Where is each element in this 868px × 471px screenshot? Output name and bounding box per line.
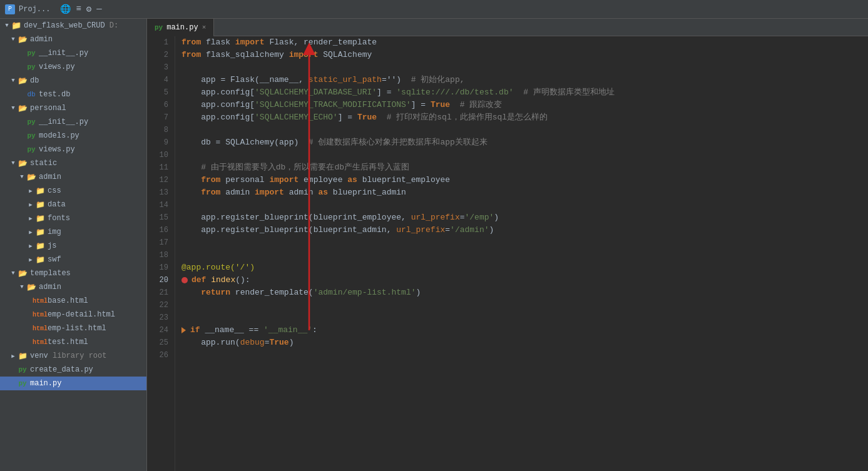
sidebar-item-static-admin[interactable]: ▼ 📂 admin [0,170,146,184]
swf-arrow: ▶ [26,256,35,263]
testdb-label: test.db [39,90,70,99]
swf-label: swf [48,255,61,264]
static-admin-arrow: ▼ [18,174,26,180]
line-num-13: 13 [151,186,168,199]
tab-label: main.py [166,23,198,32]
admin-arrow: ▼ [9,36,18,43]
admin-views-label: views.py [39,63,75,71]
templates-label: templates [30,269,71,278]
line-num-15: 15 [151,211,168,224]
static-folder-icon: 📂 [18,158,28,168]
sidebar-item-js[interactable]: ▶ 📁 js [0,239,146,253]
personal-views-label: views.py [39,145,75,154]
sidebar-item-admin-init[interactable]: py __init__.py [0,46,146,60]
code-line-21: return render_template('admin/emp-list.h… [181,286,868,299]
project-icon: P [5,4,15,14]
titlebar: P Proj... 🌐 ≡ ⚙ — [0,0,868,19]
code-line-7: app.config['SQLALCHEMY_ECHO'] = True # 打… [181,111,868,124]
venv-label: venv library root [30,352,106,360]
sidebar-item-testdb[interactable]: db test.db [0,88,146,101]
fonts-folder-icon: 📁 [35,213,45,223]
sidebar-item-personal[interactable]: ▼ 📂 personal [0,101,146,115]
data-label: data [48,200,66,209]
tab-python-icon: py [155,24,163,31]
create-data-label: create_data.py [30,365,93,374]
sidebar-item-data[interactable]: ▶ 📁 data [0,198,146,211]
code-line-14 [181,199,868,211]
html-icon: html [35,323,45,333]
templates-arrow: ▼ [9,270,18,276]
code-line-3 [181,61,868,74]
sidebar-item-db[interactable]: ▼ 📂 db [0,74,146,88]
code-line-23 [181,311,868,324]
css-folder-icon: 📁 [35,186,45,196]
line-num-23: 23 [151,311,168,324]
sidebar-item-static[interactable]: ▼ 📂 static [0,156,146,170]
js-arrow: ▶ [26,243,35,250]
sidebar-root[interactable]: ▼ 📁 dev_flask_web_CRUD D: [0,19,146,33]
sidebar-item-emp-list[interactable]: html emp-list.html [0,322,146,335]
line-num-4: 4 [151,74,168,86]
img-arrow: ▶ [26,229,35,236]
line-num-25: 25 [151,337,168,349]
titlebar-left: P Proj... 🌐 ≡ ⚙ — [5,4,102,14]
fonts-arrow: ▶ [26,215,35,222]
minimize-icon[interactable]: — [96,4,101,14]
sidebar-item-css[interactable]: ▶ 📁 css [0,184,146,198]
python-icon: py [26,48,36,58]
editor-area: py main.py × 1 2 3 4 5 [147,19,868,471]
line-num-14: 14 [151,199,168,211]
sidebar-item-create-data[interactable]: py create_data.py [0,363,146,377]
project-label[interactable]: Proj... [19,5,50,14]
sidebar-item-venv[interactable]: ▶ 📁 venv library root [0,349,146,363]
root-folder-icon: 📁 [11,21,21,31]
static-admin-label: admin [39,173,61,181]
code-line-12: from personal import employee as bluepri… [181,174,868,186]
line-num-26: 26 [151,349,168,362]
static-admin-icon: 📂 [26,172,36,182]
main-label: main.py [30,379,61,388]
sidebar-item-img[interactable]: ▶ 📁 img [0,225,146,239]
menu-icon[interactable]: ≡ [76,4,81,14]
db-icon: db [26,89,36,99]
settings-icon[interactable]: ⚙ [86,4,91,14]
line-num-9: 9 [151,136,168,149]
code-editor[interactable]: 1 2 3 4 5 6 7 8 9 10 11 12 13 14 15 16 1… [147,36,868,471]
emp-detail-label: emp-detail.html [48,310,115,319]
templates-admin-arrow: ▼ [18,284,26,290]
code-line-16: app.register_blueprint(blueprint_admin, … [181,224,868,236]
tab-close-button[interactable]: × [202,24,207,31]
line-num-5: 5 [151,86,168,99]
sidebar-item-personal-init[interactable]: py __init__.py [0,115,146,129]
line-num-8: 8 [151,124,168,136]
img-label: img [48,228,61,236]
code-line-8 [181,124,868,136]
line-numbers: 1 2 3 4 5 6 7 8 9 10 11 12 13 14 15 16 1… [147,36,175,471]
line-num-17: 17 [151,236,168,249]
sidebar-item-templates-admin[interactable]: ▼ 📂 admin [0,280,146,294]
sidebar-item-test-html[interactable]: html test.html [0,335,146,349]
sidebar-item-admin-views[interactable]: py views.py [0,60,146,74]
personal-init-label: __init__.py [39,118,88,126]
sidebar-item-personal-views[interactable]: py views.py [0,143,146,156]
templates-admin-icon: 📂 [26,282,36,292]
sidebar-item-main[interactable]: py main.py [0,377,146,390]
sidebar-item-emp-detail[interactable]: html emp-detail.html [0,308,146,322]
line-num-24: 24 [151,324,168,337]
css-label: css [48,186,61,195]
sidebar-item-models[interactable]: py models.py [0,129,146,143]
code-line-13: from admin import admin as blueprint_adm… [181,186,868,199]
main-py-tab[interactable]: py main.py × [147,19,214,36]
main-layout: ▼ 📁 dev_flask_web_CRUD D: ▼ 📂 admin py _… [0,19,868,471]
sidebar-item-templates[interactable]: ▼ 📂 templates [0,266,146,280]
sidebar-item-swf[interactable]: ▶ 📁 swf [0,253,146,266]
sidebar-item-fonts[interactable]: ▶ 📁 fonts [0,211,146,225]
emp-list-label: emp-list.html [48,324,106,333]
sidebar-item-admin[interactable]: ▼ 📂 admin [0,33,146,46]
globe-icon[interactable]: 🌐 [60,4,71,14]
test-html-label: test.html [48,338,88,347]
db-folder-icon: 📂 [18,76,28,86]
sidebar-item-base-html[interactable]: html base.html [0,294,146,308]
code-line-9: db = SQLAlchemy(app) # 创建数据库核心对象并把数据库和ap… [181,136,868,149]
code-line-17 [181,236,868,249]
